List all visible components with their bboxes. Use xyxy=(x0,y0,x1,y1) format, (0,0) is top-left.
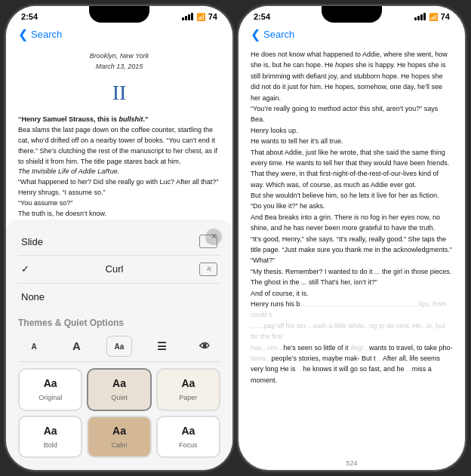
page-number: 524 xyxy=(239,456,465,470)
left-nav-label[interactable]: Search xyxy=(31,29,62,40)
scroll-options-list: Slide □ ✓ Curl ⌘ None xyxy=(18,229,220,311)
theme-calm[interactable]: Aa Calm xyxy=(87,416,151,459)
left-time: 2:54 xyxy=(21,12,38,21)
signal-icon xyxy=(182,13,193,20)
scroll-option-curl[interactable]: ✓ Curl ⌘ xyxy=(18,256,220,284)
theme-grid: Aa Original Aa Quiet Aa Paper Aa Bold xyxy=(18,368,220,458)
scroll-option-none[interactable]: None xyxy=(18,284,220,311)
scroll-curl-label: Curl xyxy=(106,262,124,277)
scroll-slide-icon: □ xyxy=(199,235,217,248)
right-nav-bar[interactable]: ❮ Search xyxy=(239,24,465,45)
theme-quiet[interactable]: Aa Quiet xyxy=(87,368,151,411)
eye-button[interactable]: 👁 xyxy=(192,336,217,357)
wifi-icon: 📶 xyxy=(196,13,205,21)
theme-bold[interactable]: Aa Bold xyxy=(18,416,82,459)
battery-level: 74 xyxy=(208,12,217,21)
font-select-button[interactable]: Aa xyxy=(106,336,132,357)
font-large-button[interactable]: A xyxy=(64,336,90,357)
right-phone: 2:54 📶 74 ❮ Search He does not know what… xyxy=(239,6,465,470)
right-battery-level: 74 xyxy=(441,12,450,21)
scroll-option-slide[interactable]: Slide □ xyxy=(18,229,220,256)
book-text-left: “Henry Samuel Strauss, this is bullshit.… xyxy=(18,115,220,230)
right-time: 2:54 xyxy=(254,12,270,21)
right-nav-label[interactable]: Search xyxy=(263,29,294,40)
scroll-none-label: None xyxy=(21,290,45,305)
left-status-icons: 📶 74 xyxy=(182,12,217,21)
right-notch xyxy=(322,6,382,23)
theme-original[interactable]: Aa Original xyxy=(18,368,82,411)
theme-focus[interactable]: Aa Focus xyxy=(156,416,220,459)
font-small-button[interactable]: A xyxy=(21,336,47,357)
check-mark: ✓ xyxy=(21,262,29,277)
chapter-number: II xyxy=(18,77,220,109)
toolbar-row: A A Aa ☰ 👁 xyxy=(18,331,220,362)
overlay-panel: ✕ Slide □ ✓ Curl ⌘ xyxy=(6,220,232,471)
app-container: 2:54 📶 74 ❮ Search Brooklyn, New York Ma… xyxy=(0,0,471,476)
left-nav-bar[interactable]: ❮ Search xyxy=(6,24,232,45)
themes-label: Themes & Quiet Options xyxy=(18,316,220,330)
right-back-chevron-icon: ❮ xyxy=(251,27,260,41)
scroll-slide-label: Slide xyxy=(21,235,43,250)
back-chevron-icon: ❮ xyxy=(18,27,28,41)
left-book-content: Brooklyn, New York March 13, 2015 II “He… xyxy=(6,45,232,470)
scroll-curl-icon: ⌘ xyxy=(199,263,217,276)
right-wifi-icon: 📶 xyxy=(429,13,438,21)
right-status-icons: 📶 74 xyxy=(414,12,450,21)
right-book-content: He does not know what happened to Addie,… xyxy=(239,45,465,456)
notch xyxy=(89,6,149,23)
book-location: Brooklyn, New York March 13, 2015 xyxy=(18,51,220,72)
theme-paper[interactable]: Aa Paper xyxy=(156,368,220,411)
right-signal-icon xyxy=(414,13,426,20)
left-phone: 2:54 📶 74 ❮ Search Brooklyn, New York Ma… xyxy=(6,6,232,470)
text-align-button[interactable]: ☰ xyxy=(149,336,175,357)
